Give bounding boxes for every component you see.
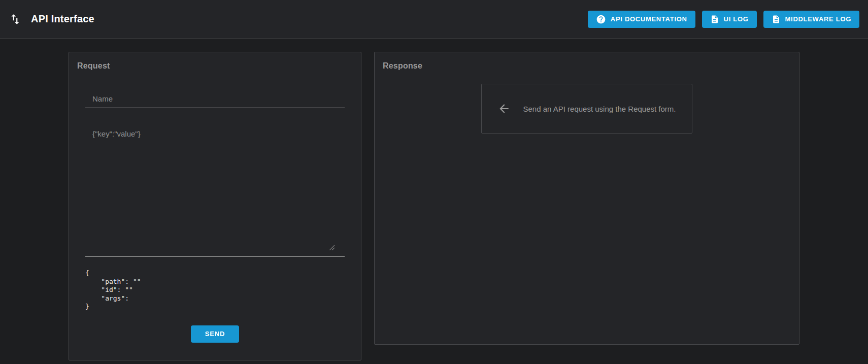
main-content: Request { "path": "" "id": "" "args": } … bbox=[69, 52, 799, 360]
name-input[interactable] bbox=[85, 91, 345, 108]
request-body-textarea[interactable] bbox=[85, 116, 345, 257]
response-empty-state: Send an API request using the Request fo… bbox=[481, 84, 692, 134]
response-panel-title: Response bbox=[375, 52, 799, 71]
ui-log-button-label: UI LOG bbox=[724, 15, 749, 23]
header-branding: API Interface bbox=[9, 13, 94, 26]
middleware-log-button[interactable]: MIDDLEWARE LOG bbox=[763, 11, 859, 28]
send-button[interactable]: SEND bbox=[191, 325, 239, 343]
file-document-icon bbox=[772, 15, 781, 24]
empty-state-message: Send an API request using the Request fo… bbox=[523, 105, 676, 113]
request-json-preview: { "path": "" "id": "" "args": } bbox=[85, 269, 345, 311]
request-form: { "path": "" "id": "" "args": } SEND bbox=[69, 91, 361, 343]
help-circle-icon bbox=[596, 14, 606, 24]
header-actions: API DOCUMENTATION UI LOG MIDDLEWARE LOG bbox=[588, 11, 859, 28]
app-header: API Interface API DOCUMENTATION UI LOG bbox=[0, 0, 868, 39]
response-panel: Response Send an API request using the R… bbox=[374, 52, 799, 345]
ui-log-button[interactable]: UI LOG bbox=[702, 11, 757, 28]
swap-vertical-arrows-icon bbox=[9, 13, 22, 26]
request-panel-title: Request bbox=[69, 52, 361, 71]
middleware-log-button-label: MIDDLEWARE LOG bbox=[785, 15, 851, 23]
textarea-resize-handle-icon[interactable] bbox=[329, 243, 335, 248]
file-document-icon bbox=[710, 15, 719, 24]
arrow-left-icon bbox=[497, 102, 511, 115]
api-documentation-button[interactable]: API DOCUMENTATION bbox=[588, 11, 695, 28]
request-body-wrap bbox=[85, 116, 345, 257]
request-panel: Request { "path": "" "id": "" "args": } … bbox=[69, 52, 361, 360]
api-documentation-button-label: API DOCUMENTATION bbox=[611, 15, 687, 23]
page-title: API Interface bbox=[31, 13, 94, 25]
